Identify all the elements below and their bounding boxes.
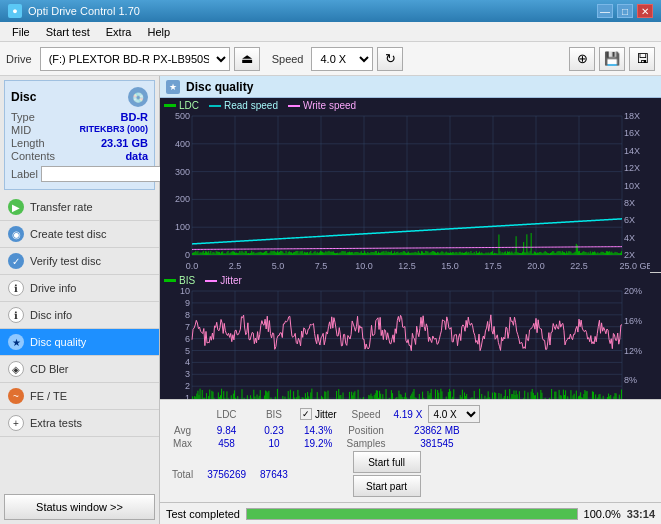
content-area: ★ Disc quality LDC Read speed [160,76,661,524]
main-container: Disc 💿 Type BD-R MID RITEKBR3 (000) Leng… [0,76,661,524]
write-speed-legend: Write speed [288,100,356,111]
menu-start-test[interactable]: Start test [38,24,98,40]
refresh-button[interactable]: ↻ [377,47,403,71]
ldc-legend: LDC [164,100,199,111]
jitter-legend: Jitter [205,275,242,286]
disc-icon: 💿 [128,87,148,107]
avg-bis: 0.23 [254,425,294,436]
start-part-button[interactable]: Start part [353,475,421,497]
sidebar-item-create-test-disc[interactable]: ◉ Create test disc [0,221,159,248]
sidebar-item-disc-quality[interactable]: ★ Disc quality [0,329,159,356]
maximize-button[interactable]: □ [617,4,633,18]
menu-extra[interactable]: Extra [98,24,140,40]
max-bis: 10 [254,438,294,449]
speed-stat-value: 4.19 X [393,409,422,420]
bottom-bar: Test completed 100.0% 33:14 [160,502,661,524]
menu-file[interactable]: File [4,24,38,40]
charts-area: LDC Read speed Write speed [160,98,661,399]
read-speed-legend: Read speed [209,100,278,111]
write-button[interactable]: 💾 [599,47,625,71]
disc-panel: Disc 💿 Type BD-R MID RITEKBR3 (000) Leng… [4,80,155,190]
sidebar: Disc 💿 Type BD-R MID RITEKBR3 (000) Leng… [0,76,160,524]
menu-bar: File Start test Extra Help [0,22,661,42]
bis-jitter-chart [160,273,650,399]
disc-info-icon: ℹ [8,307,24,323]
minimize-button[interactable]: — [597,4,613,18]
progress-bar-fill [247,509,577,519]
samples-value: 381545 [391,438,482,449]
samples-label: Samples [343,438,390,449]
avg-ldc: 9.84 [201,425,252,436]
mid-label: MID [11,124,31,136]
eject-button[interactable]: ⏏ [234,47,260,71]
jitter-checkbox[interactable]: ✓ [300,408,312,420]
total-bis: 87643 [254,451,294,497]
status-text: Test completed [166,508,240,520]
bis-legend: BIS [164,275,195,286]
ldc-chart [160,98,650,273]
scan-button[interactable]: ⊕ [569,47,595,71]
transfer-rate-label: Transfer rate [30,201,93,213]
drive-info-label: Drive info [30,282,76,294]
ldc-col-header: LDC [201,405,252,423]
disc-info-label: Disc info [30,309,72,321]
position-label: Position [343,425,390,436]
extra-tests-label: Extra tests [30,417,82,429]
total-row-label: Total [166,451,199,497]
app-title: Opti Drive Control 1.70 [28,5,140,17]
position-value: 23862 MB [391,425,482,436]
verify-test-icon: ✓ [8,253,24,269]
toolbar: Drive (F:) PLEXTOR BD-R PX-LB950SA 1.06 … [0,42,661,76]
cd-bler-label: CD Bler [30,363,69,375]
bis-col-header: BIS [254,405,294,423]
status-window-button[interactable]: Status window >> [4,494,155,520]
disc-quality-icon: ★ [8,334,24,350]
sidebar-item-extra-tests[interactable]: + Extra tests [0,410,159,437]
sidebar-item-fe-te[interactable]: ~ FE / TE [0,383,159,410]
progress-percent: 100.0% [584,508,621,520]
speed-select-toolbar[interactable]: 4.0 X [311,47,373,71]
sidebar-item-drive-info[interactable]: ℹ Drive info [0,275,159,302]
length-label: Length [11,137,45,149]
stats-table: LDC BIS ✓ Jitter Speed 4.19 X 4. [164,403,484,499]
stats-bar: LDC BIS ✓ Jitter Speed 4.19 X 4. [160,399,661,502]
elapsed-time: 33:14 [627,508,655,520]
drive-select[interactable]: (F:) PLEXTOR BD-R PX-LB950SA 1.06 [40,47,230,71]
type-value: BD-R [121,111,149,123]
sidebar-item-transfer-rate[interactable]: ▶ Transfer rate [0,194,159,221]
menu-help[interactable]: Help [139,24,178,40]
avg-jitter: 14.3% [296,425,341,436]
contents-label: Contents [11,150,55,162]
sidebar-item-cd-bler[interactable]: ◈ CD Bler [0,356,159,383]
fe-te-icon: ~ [8,388,24,404]
title-bar: ● Opti Drive Control 1.70 — □ ✕ [0,0,661,22]
contents-value: data [125,150,148,162]
max-jitter: 19.2% [296,438,341,449]
max-row-label: Max [166,438,199,449]
speed-label: Speed [272,53,304,65]
disc-title: Disc [11,90,36,104]
total-ldc: 3756269 [201,451,252,497]
progress-bar [246,508,578,520]
avg-row-label: Avg [166,425,199,436]
start-full-button[interactable]: Start full [353,451,421,473]
sidebar-item-verify-test-disc[interactable]: ✓ Verify test disc [0,248,159,275]
jitter-col-header: Jitter [315,409,337,420]
create-test-icon: ◉ [8,226,24,242]
save-button[interactable]: 🖫 [629,47,655,71]
speed-select-stats[interactable]: 4.0 X [428,405,480,423]
cd-bler-icon: ◈ [8,361,24,377]
content-title: Disc quality [186,80,253,94]
sidebar-item-disc-info[interactable]: ℹ Disc info [0,302,159,329]
max-ldc: 458 [201,438,252,449]
label-input[interactable] [41,166,174,182]
content-header-icon: ★ [166,80,180,94]
transfer-rate-icon: ▶ [8,199,24,215]
extra-tests-icon: + [8,415,24,431]
create-test-label: Create test disc [30,228,106,240]
content-header: ★ Disc quality [160,76,661,98]
close-button[interactable]: ✕ [637,4,653,18]
fe-te-label: FE / TE [30,390,67,402]
length-value: 23.31 GB [101,137,148,149]
label-label: Label [11,168,38,180]
